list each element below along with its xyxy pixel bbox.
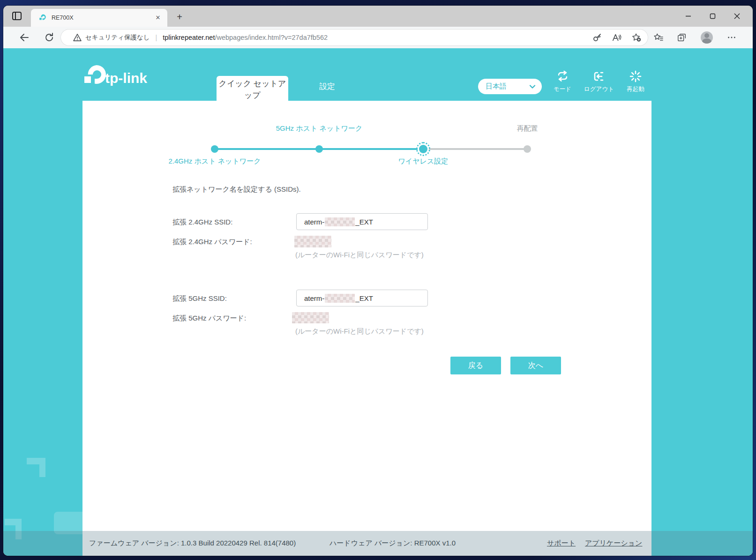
reboot-label: 再起動 <box>619 85 652 93</box>
step-dot-2 <box>315 145 323 153</box>
input-ssid-5[interactable]: aterm-_EXT <box>296 290 428 306</box>
browser-window: RE700X ✕ + セキュリティ保護なし | tplinkrepeater.n… <box>3 6 753 556</box>
reboot-button[interactable]: 再起動 <box>619 71 652 93</box>
mode-icon <box>556 71 569 82</box>
application-link[interactable]: アプリケーション <box>585 539 642 548</box>
ssid-5-masked-value <box>325 294 355 303</box>
hint-password-24: (ルーターのWi-Fiと同じパスワードです) <box>295 251 424 260</box>
firmware-version: ファームウェア バージョン: 1.0.3 Build 20220429 Rel.… <box>89 539 296 548</box>
settings-menu-icon[interactable] <box>727 33 736 42</box>
favorites-bar-icon[interactable] <box>654 33 663 42</box>
maximize-button[interactable] <box>700 6 725 27</box>
url-path: /webpages/index.html?v=27da7fb562 <box>215 34 328 41</box>
tplink-favicon-icon <box>38 14 47 22</box>
intro-text: 拡張ネットワーク名を設定する (SSIDs). <box>172 185 301 194</box>
mode-label: モード <box>546 85 579 93</box>
logout-icon <box>593 71 605 82</box>
window-controls <box>676 6 749 27</box>
reboot-icon <box>629 71 642 82</box>
profile-avatar[interactable] <box>701 31 713 44</box>
step-dot-3-current <box>419 145 427 153</box>
ssid-24-suffix: _EXT <box>355 218 373 226</box>
minimize-button[interactable] <box>676 6 700 27</box>
password-key-icon[interactable] <box>592 33 602 42</box>
address-bar-icons <box>592 30 641 45</box>
step-label-wireless: ワイヤレス設定 <box>372 157 475 166</box>
password-5-masked-value <box>292 312 329 323</box>
security-warning-icon[interactable] <box>73 34 82 41</box>
next-step-button[interactable]: 次へ <box>510 357 561 374</box>
step-label-24ghz: 2.4GHz ホスト ネットワーク <box>163 157 266 166</box>
logout-button[interactable]: ログアウト <box>582 71 616 93</box>
stepper-line-pending <box>423 148 527 150</box>
password-24-masked-value <box>294 236 331 247</box>
security-label[interactable]: セキュリティ保護なし <box>85 33 150 42</box>
tab-quick-setup[interactable]: クイック セットアップ <box>217 76 288 101</box>
toolbar-right-icons <box>654 30 736 45</box>
language-selected: 日本語 <box>486 82 530 91</box>
add-favorite-icon[interactable] <box>632 33 641 42</box>
new-tab-button[interactable]: + <box>173 11 186 23</box>
label-password-24: 拡張 2.4GHz パスワード: <box>172 238 252 246</box>
logout-label: ログアウト <box>582 85 616 93</box>
page-background: tp-link クイック セットアップ 設定 日本語 モード <box>3 48 753 556</box>
tplink-logo[interactable]: tp-link <box>82 64 162 93</box>
refresh-button[interactable] <box>44 32 55 43</box>
mode-button[interactable]: モード <box>546 71 579 93</box>
back-step-button[interactable]: 戻る <box>450 357 501 374</box>
tab-settings[interactable]: 設定 <box>299 81 355 95</box>
hint-password-5: (ルーターのWi-Fiと同じパスワードです) <box>295 327 424 336</box>
step-dot-4 <box>524 145 531 153</box>
svg-text:tp-link: tp-link <box>105 70 147 86</box>
label-ssid-5: 拡張 5GHz SSID: <box>172 294 227 303</box>
step-label-5ghz: 5GHz ホスト ネットワーク <box>268 124 371 133</box>
language-select[interactable]: 日本語 <box>478 79 542 94</box>
ssid-5-suffix: _EXT <box>355 294 373 302</box>
url-text[interactable]: tplinkrepeater.net/webpages/index.html?v… <box>163 34 328 41</box>
ssid-24-prefix: aterm- <box>304 218 324 226</box>
ssid-24-masked-value <box>325 217 355 226</box>
tab-actions-menu-icon[interactable] <box>12 11 22 21</box>
back-button[interactable] <box>19 32 30 43</box>
label-ssid-24: 拡張 2.4GHz SSID: <box>172 218 232 227</box>
support-link[interactable]: サポート <box>547 539 576 548</box>
ssid-5-prefix: aterm- <box>304 294 324 302</box>
browser-titlebar: RE700X ✕ + <box>3 6 753 27</box>
step-label-relocate: 再配置 <box>476 124 579 133</box>
close-window-button[interactable] <box>725 6 749 27</box>
hardware-version: ハードウェア バージョン: RE700X v1.0 <box>329 539 456 548</box>
chevron-down-icon <box>530 85 535 89</box>
decor-block <box>5 519 22 525</box>
label-password-5: 拡張 5GHz パスワード: <box>172 314 246 323</box>
input-ssid-24[interactable]: aterm-_EXT <box>296 213 428 230</box>
collections-icon[interactable] <box>677 33 687 42</box>
tab-title: RE700X <box>52 15 154 21</box>
url-domain: tplinkrepeater.net <box>163 34 215 41</box>
browser-tab[interactable]: RE700X ✕ <box>31 9 167 27</box>
tab-close-icon[interactable]: ✕ <box>154 14 162 22</box>
decor-block <box>39 464 45 477</box>
step-dot-1 <box>211 145 218 153</box>
footer-bar: ファームウェア バージョン: 1.0.3 Build 20220429 Rel.… <box>3 531 753 556</box>
read-aloud-icon[interactable] <box>612 33 621 42</box>
address-bar[interactable]: セキュリティ保護なし | tplinkrepeater.net/webpages… <box>61 30 648 45</box>
decor-block <box>27 458 45 464</box>
url-separator: | <box>156 34 157 41</box>
